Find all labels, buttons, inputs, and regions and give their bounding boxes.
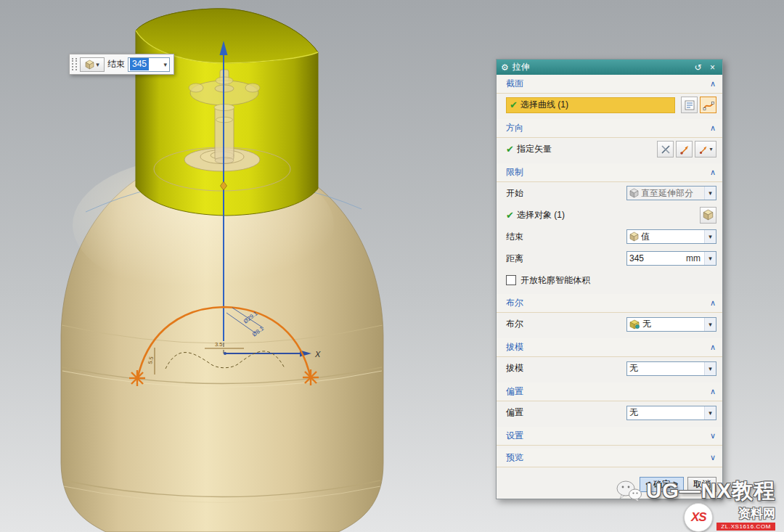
end-limit-row: 结束 值 ▾ xyxy=(497,226,722,247)
chevron-up-icon[interactable]: ∧ xyxy=(710,299,716,307)
end-limit-dropdown[interactable]: 值 ▾ xyxy=(626,229,716,244)
group-settings: 设置 ∨ xyxy=(497,427,722,449)
watermark-row2: XS 资料网 ZL.XS1616.COM xyxy=(616,503,775,532)
dropdown-arrow-icon: ▾ xyxy=(709,146,712,152)
toolbar-grip[interactable] xyxy=(72,58,77,70)
draft-header[interactable]: 拔模 ∧ xyxy=(497,338,722,357)
chevron-up-icon[interactable]: ∧ xyxy=(710,80,716,88)
chevron-down-icon[interactable]: ∨ xyxy=(710,454,716,462)
dropdown-arrow-icon[interactable]: ▾ xyxy=(704,362,716,375)
dropdown-arrow-icon[interactable]: ▾ xyxy=(161,61,169,68)
face-icon xyxy=(629,188,639,198)
settings-header[interactable]: 设置 ∨ xyxy=(497,427,722,446)
settings-title: 设置 xyxy=(506,430,523,442)
draft-row: 拔模 无 ▾ xyxy=(497,357,722,380)
distance-input[interactable]: 345 ▾ xyxy=(128,57,170,72)
reset-icon[interactable]: ↺ xyxy=(693,62,703,73)
reverse-direction-button[interactable] xyxy=(676,141,693,157)
solid-body-icon xyxy=(85,60,94,70)
dropdown-arrow-icon[interactable]: ▾ xyxy=(704,187,716,200)
draft-label: 拔模 xyxy=(506,362,523,375)
chevron-up-icon[interactable]: ∧ xyxy=(710,388,716,396)
start-limit-dropdown[interactable]: 直至延伸部分 ▾ xyxy=(626,186,716,200)
start-limit-row: 开始 直至延伸部分 ▾ xyxy=(497,182,722,204)
x-axis-label: X xyxy=(314,350,321,359)
dim-label[interactable]: 3.5 xyxy=(215,341,222,348)
check-icon: ✔ xyxy=(510,99,518,110)
offset-value: 无 xyxy=(629,406,702,419)
boolean-row: 布尔 无 ▾ xyxy=(497,313,722,335)
draft-title: 拔模 xyxy=(506,341,523,353)
selection-list-icon xyxy=(684,99,695,111)
inferred-vector-icon xyxy=(698,144,709,155)
watermark-banner: ZL.XS1616.COM xyxy=(716,523,775,531)
section-header[interactable]: 截面 ∧ xyxy=(497,75,722,94)
preview-title: 预览 xyxy=(506,451,523,464)
xs-logo: XS xyxy=(684,503,713,532)
start-limit-value: 直至延伸部分 xyxy=(641,187,702,200)
xs-logo-text: XS xyxy=(691,510,706,525)
offset-row: 偏置 无 ▾ xyxy=(497,401,722,424)
boolean-header[interactable]: 布尔 ∧ xyxy=(497,294,722,313)
distance-label: 距离 xyxy=(506,253,523,265)
offset-dropdown[interactable]: 无 ▾ xyxy=(626,406,716,420)
boolean-title: 布尔 xyxy=(506,297,523,309)
dialog-titlebar[interactable]: ⚙ 拉伸 ↺ × xyxy=(497,60,722,75)
inferred-vector-icon xyxy=(679,144,690,155)
watermark-row1: UG—NX教程 xyxy=(616,477,775,506)
distance-value[interactable]: 345 xyxy=(629,253,684,263)
specify-vector-label: 指定矢量 xyxy=(517,143,552,155)
vector-type-dropdown[interactable]: ▾ xyxy=(695,141,716,157)
check-icon: ✔ xyxy=(506,144,514,155)
section-title: 截面 xyxy=(506,78,523,90)
chevron-down-icon[interactable]: ∨ xyxy=(710,432,716,440)
chevron-up-icon[interactable]: ∧ xyxy=(710,168,716,176)
watermark: UG—NX教程 XS 资料网 ZL.XS1616.COM xyxy=(616,477,775,532)
sketch-section-button[interactable] xyxy=(700,97,716,113)
vector-dialog-icon xyxy=(660,144,671,155)
section-curve-icon xyxy=(703,99,714,111)
distance-value-selected[interactable]: 345 xyxy=(130,58,149,70)
start-label: 开始 xyxy=(506,187,523,200)
dropdown-arrow-icon[interactable]: ▾ xyxy=(704,318,716,331)
watermark-title: UG—NX教程 xyxy=(646,477,775,506)
sketch-endpoint-left-marker[interactable] xyxy=(129,370,145,386)
dropdown-arrow-icon[interactable]: ▾ xyxy=(704,406,716,420)
end-limit-label: 结束 xyxy=(107,58,125,70)
direction-header[interactable]: 方向 ∧ xyxy=(497,119,722,138)
distance-field[interactable]: 345 mm ▾ xyxy=(626,251,716,266)
end-label: 结束 xyxy=(506,231,523,243)
select-object-button[interactable] xyxy=(700,207,716,224)
sketch-endpoint-right-marker[interactable] xyxy=(303,369,319,385)
offset-header[interactable]: 偏置 ∧ xyxy=(497,382,722,401)
close-icon[interactable]: × xyxy=(707,62,718,73)
open-profile-row: 开放轮廓智能体积 xyxy=(497,269,722,291)
group-offset: 偏置 ∧ 偏置 无 ▾ xyxy=(497,382,722,427)
vector-dialog-button[interactable] xyxy=(657,141,674,157)
limit-option-button[interactable]: ▾ xyxy=(80,57,105,72)
open-profile-checkbox[interactable] xyxy=(506,275,516,285)
group-boolean: 布尔 ∧ 布尔 无 ▾ xyxy=(497,294,722,338)
limits-title: 限制 xyxy=(506,166,523,179)
wechat-icon xyxy=(616,480,642,503)
boolean-dropdown[interactable]: 无 ▾ xyxy=(626,317,716,332)
limits-header[interactable]: 限制 ∧ xyxy=(497,163,722,182)
group-limits: 限制 ∧ 开始 直至延伸部分 ▾ ✔ 选择对象 (1) xyxy=(497,163,722,294)
boolean-label: 布尔 xyxy=(506,318,523,330)
dropdown-arrow-icon[interactable]: ▾ xyxy=(704,252,716,265)
open-profile-label: 开放轮廓智能体积 xyxy=(520,274,590,287)
chevron-up-icon[interactable]: ∧ xyxy=(710,343,716,351)
sketch-origin[interactable] xyxy=(224,352,226,355)
extrude-dialog: ⚙ 拉伸 ↺ × 截面 ∧ ✔ 选择曲线 (1) xyxy=(496,59,723,499)
group-draft: 拔模 ∧ 拔模 无 ▾ xyxy=(497,338,722,382)
distance-row: 距离 345 mm ▾ xyxy=(497,247,722,269)
gear-icon: ⚙ xyxy=(501,62,509,73)
selection-list-button[interactable] xyxy=(681,97,698,113)
select-curve-field[interactable]: ✔ 选择曲线 (1) xyxy=(506,97,675,113)
watermark-subtitle: 资料网 xyxy=(738,505,775,522)
chevron-up-icon[interactable]: ∧ xyxy=(710,124,716,132)
dropdown-arrow-icon[interactable]: ▾ xyxy=(704,230,716,243)
boolean-none-icon xyxy=(629,319,640,330)
draft-dropdown[interactable]: 无 ▾ xyxy=(626,361,716,376)
preview-header[interactable]: 预览 ∨ xyxy=(497,449,722,467)
